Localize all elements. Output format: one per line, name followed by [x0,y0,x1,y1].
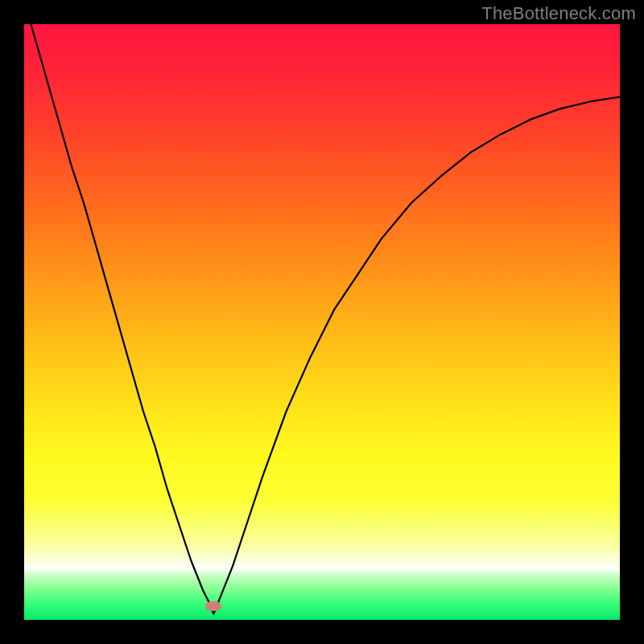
bottleneck-curve [24,24,620,620]
watermark-text: TheBottleneck.com [481,3,636,24]
chart-frame: TheBottleneck.com [0,0,644,644]
min-marker [205,601,221,611]
plot-area [24,24,620,620]
